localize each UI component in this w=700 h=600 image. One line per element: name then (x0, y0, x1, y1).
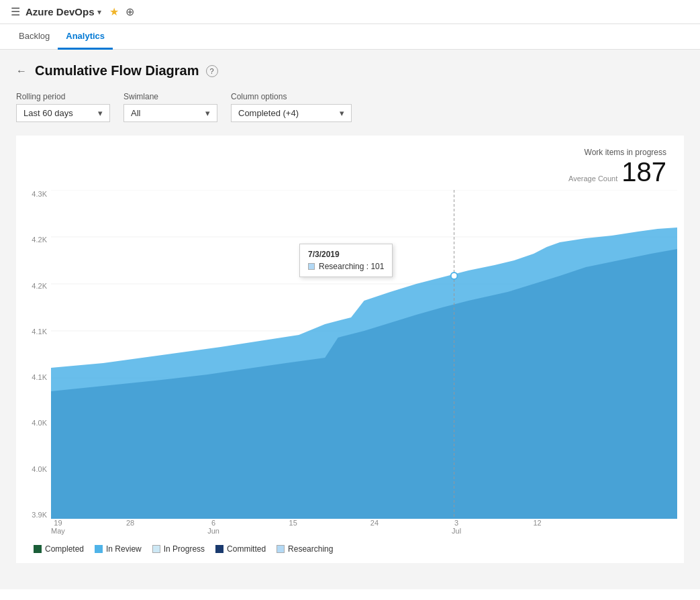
legend-completed-dot (34, 545, 42, 553)
rolling-period-label: Rolling period (16, 92, 110, 101)
filters-row: Rolling period Last 60 days ▾ Swimlane A… (16, 92, 684, 122)
column-options-select[interactable]: Completed (+4) ▾ (231, 104, 352, 122)
column-options-chevron-icon: ▾ (340, 108, 344, 118)
x-label-24: 24 (370, 519, 379, 527)
chart-legend: Completed In Review In Progress Committe… (23, 539, 677, 556)
svg-point-9 (451, 272, 458, 279)
chart-wrap: 4.3K 4.2K 4.2K 4.1K 4.1K 4.0K 4.0K 3.9K (23, 190, 677, 539)
back-button[interactable]: ← (16, 65, 27, 77)
legend-completed: Completed (34, 544, 84, 554)
rolling-period-value: Last 60 days (23, 108, 94, 118)
swimlane-filter: Swimlane All ▾ (123, 92, 217, 122)
legend-in-progress-dot (152, 545, 160, 553)
page-title: Cumulative Flow Diagram (35, 63, 199, 79)
legend-in-review: In Review (95, 544, 142, 554)
x-month-2: Jun (207, 527, 219, 535)
legend-in-progress: In Progress (152, 544, 205, 554)
legend-committed-label: Committed (227, 544, 266, 554)
swimlane-label: Swimlane (123, 92, 217, 101)
swimlane-value: All (131, 108, 201, 118)
x-label-3-jul: 3 Jul (452, 519, 461, 535)
researching-area (51, 228, 677, 519)
help-icon[interactable]: ? (206, 65, 218, 77)
rolling-period-select[interactable]: Last 60 days ▾ (16, 104, 110, 122)
chart-svg-area[interactable]: 7/3/2019 Researching : 101 (51, 190, 677, 519)
legend-in-review-dot (95, 545, 103, 553)
app-header: ☰ Azure DevOps ▾ ★ ⊕ (0, 0, 700, 24)
title-chevron-icon[interactable]: ▾ (97, 7, 101, 17)
column-options-value: Completed (+4) (238, 108, 336, 118)
y-label-4: 4.1K (32, 373, 47, 381)
x-month-5: Jul (452, 527, 461, 535)
nav-tabs: Backlog Analytics (0, 24, 700, 50)
x-date-3: 15 (289, 519, 297, 527)
chart-stats: Work items in progress Average Count 187 (23, 142, 677, 190)
x-label-28: 28 (126, 519, 134, 527)
swimlane-chevron-icon: ▾ (205, 108, 210, 118)
x-month-0: May (51, 527, 65, 535)
x-date-4: 24 (370, 519, 379, 527)
tab-analytics[interactable]: Analytics (58, 24, 113, 50)
legend-researching: Researching (277, 544, 333, 554)
rolling-period-chevron-icon: ▾ (98, 108, 103, 118)
y-label-0: 4.3K (32, 190, 47, 198)
page-header: ← Cumulative Flow Diagram ? (16, 63, 684, 79)
y-axis: 4.3K 4.2K 4.2K 4.1K 4.1K 4.0K 4.0K 3.9K (23, 190, 51, 519)
person-icon[interactable]: ⊕ (126, 5, 134, 18)
x-label-12: 12 (533, 519, 541, 527)
x-date-1: 28 (126, 519, 134, 527)
y-label-3: 4.1K (32, 328, 47, 336)
stats-sublabel: Average Count (568, 174, 617, 183)
tab-backlog[interactable]: Backlog (11, 24, 58, 50)
x-label-19-may: 19 May (51, 519, 65, 535)
favorite-icon[interactable]: ★ (109, 5, 119, 18)
x-date-2: 6 (211, 519, 215, 527)
y-label-6: 4.0K (32, 465, 47, 473)
legend-committed-dot (215, 545, 223, 553)
x-date-6: 12 (533, 519, 541, 527)
x-date-0: 19 (54, 519, 62, 527)
app-title: Azure DevOps (26, 6, 95, 17)
x-label-15: 15 (289, 519, 297, 527)
x-axis: 19 May 28 6 Jun 15 24 (51, 519, 677, 539)
y-label-1: 4.2K (32, 236, 47, 244)
stats-value: 187 (621, 157, 666, 187)
rolling-period-filter: Rolling period Last 60 days ▾ (16, 92, 110, 122)
chart-container: Work items in progress Average Count 187… (16, 136, 684, 563)
menu-icon[interactable]: ☰ (11, 5, 20, 18)
legend-committed: Committed (215, 544, 266, 554)
legend-researching-dot (277, 545, 285, 553)
column-options-label: Column options (231, 92, 352, 101)
x-date-5: 3 (454, 519, 458, 527)
x-label-6-jun: 6 Jun (207, 519, 219, 535)
content-area: ← Cumulative Flow Diagram ? Rolling peri… (0, 50, 700, 589)
legend-researching-label: Researching (288, 544, 333, 554)
y-label-7: 3.9K (32, 511, 47, 519)
column-options-filter: Column options Completed (+4) ▾ (231, 92, 352, 122)
legend-completed-label: Completed (45, 544, 84, 554)
y-label-2: 4.2K (32, 282, 47, 290)
stats-label: Work items in progress (34, 148, 666, 157)
legend-in-review-label: In Review (106, 544, 142, 554)
swimlane-select[interactable]: All ▾ (123, 104, 217, 122)
y-label-5: 4.0K (32, 419, 47, 427)
legend-in-progress-label: In Progress (164, 544, 205, 554)
